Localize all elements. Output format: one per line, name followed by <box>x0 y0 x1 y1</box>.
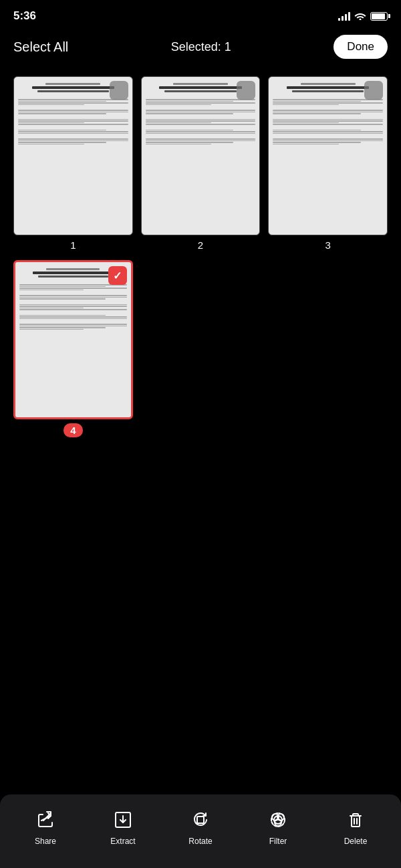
status-icons <box>338 11 388 22</box>
share-button[interactable]: Share <box>7 810 84 846</box>
rotate-button[interactable]: Rotate <box>162 810 239 846</box>
page-3-checkbox[interactable] <box>364 81 383 100</box>
delete-label: Delete <box>344 837 368 846</box>
page-1-number: 1 <box>70 239 76 251</box>
filter-label: Filter <box>269 837 287 846</box>
svg-rect-10 <box>352 816 360 827</box>
delete-button[interactable]: Delete <box>317 810 394 846</box>
page-1-checkbox[interactable] <box>110 81 128 100</box>
status-time: 5:36 <box>13 9 36 23</box>
bottom-toolbar: Share Extract Rotate <box>0 794 401 868</box>
page-3-number: 3 <box>325 239 330 251</box>
pages-grid-row2: 4 <box>0 257 401 440</box>
rotate-label: Rotate <box>188 837 212 846</box>
page-thumbnail-2[interactable] <box>141 76 261 235</box>
filter-icon <box>269 810 287 834</box>
page-4-number-badge: 4 <box>63 423 82 437</box>
selected-count-label: Selected: 1 <box>171 40 231 54</box>
rotate-icon <box>191 810 210 834</box>
extract-label: Extract <box>110 837 135 846</box>
pages-grid-row1: 1 <box>0 70 401 257</box>
battery-icon <box>370 12 388 21</box>
page-item-2[interactable]: 2 <box>141 76 261 251</box>
select-all-button[interactable]: Select All <box>13 39 68 55</box>
signal-icon <box>338 11 350 21</box>
page-2-number: 2 <box>198 239 203 251</box>
extract-icon <box>114 810 132 834</box>
share-label: Share <box>35 837 56 846</box>
status-bar: 5:36 <box>0 0 401 29</box>
page-item-3[interactable]: 3 <box>268 76 388 251</box>
wifi-icon <box>354 11 366 22</box>
page-thumbnail-4[interactable] <box>13 260 133 419</box>
page-2-checkbox[interactable] <box>237 81 255 100</box>
page-item-1[interactable]: 1 <box>13 76 133 251</box>
page-toolbar: Select All Selected: 1 Done <box>0 29 401 70</box>
page-thumbnail-3[interactable] <box>268 76 388 235</box>
delete-icon <box>346 810 365 834</box>
done-button[interactable]: Done <box>333 35 388 59</box>
extract-button[interactable]: Extract <box>84 810 162 846</box>
page-thumbnail-1[interactable] <box>13 76 133 235</box>
page-item-4[interactable]: 4 <box>13 260 133 437</box>
filter-button[interactable]: Filter <box>239 810 317 846</box>
share-icon <box>36 810 55 834</box>
svg-rect-4 <box>197 817 204 823</box>
page-4-checkbox[interactable] <box>108 266 127 285</box>
